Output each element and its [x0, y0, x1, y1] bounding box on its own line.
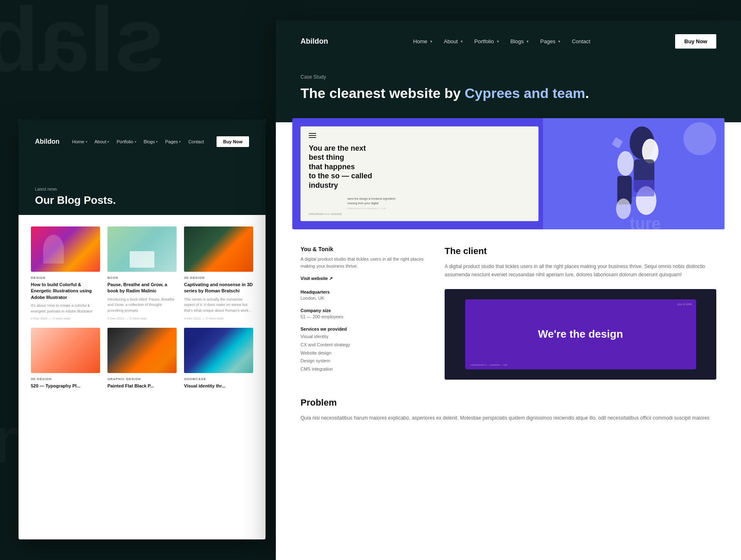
left-nav-item-portfolio[interactable]: Portfolio▾: [117, 139, 136, 144]
blog-card-category: 3D DESIGN: [184, 276, 253, 280]
blog-content: DESIGN How to build Colorful & Energetic…: [19, 215, 266, 404]
hero-design-fragment: were the design & frontend ingredientmis…: [342, 192, 536, 221]
service-item: Visual identity: [301, 333, 424, 341]
blog-card-image-1: [31, 226, 100, 272]
blog-card-category: DESIGN: [31, 276, 100, 280]
blog-card-meta: 9 Dec 2021 — 5 mins read: [107, 317, 177, 320]
blog-card: DESIGN How to build Colorful & Energetic…: [31, 226, 100, 320]
svg-text:ture: ture: [630, 215, 661, 229]
blog-card: GRAPHIC DESIGN Painted Flat Black P...: [107, 328, 177, 392]
blog-card-excerpt: It's about 'How to create a colorful & e…: [31, 303, 100, 314]
headline-accent: Cyprees and team: [465, 85, 585, 101]
visit-website-link[interactable]: Visit website ↗: [301, 276, 424, 281]
left-nav-item-blogs[interactable]: Blogs▾: [144, 139, 158, 144]
blog-card-title[interactable]: Captivating and nonsense in 3D series by…: [184, 282, 253, 294]
left-nav-links: Home▾ About▾ Portfolio▾ Blogs▾ Pages▾ Co…: [72, 139, 204, 144]
client-info: You & Tonik A digital product studio tha…: [301, 246, 424, 381]
right-header: Abildon Home▾ About▾ Portfolio▾ Blogs▾ P…: [276, 21, 741, 62]
left-blog-header: Latest news Our Blog Posts.: [19, 177, 266, 215]
headquarters-value: London, UK: [301, 296, 424, 301]
secondary-purple-box: We're the design hellostbook.nl — schedu…: [465, 299, 696, 369]
right-nav-links: Home▾ About▾ Portfolio▾ Blogs▾ Pages▾ Co…: [413, 38, 590, 44]
hero-main-headline: You are the nextbest thingthat happnesto…: [309, 144, 530, 190]
right-nav-item-pages[interactable]: Pages▾: [540, 38, 560, 44]
right-nav-item-about[interactable]: About▾: [444, 38, 463, 44]
secondary-footer: hellostbook.nl — schedule — call: [471, 364, 507, 366]
case-right-column: The client A digital product studio that…: [445, 246, 716, 381]
headquarters-label: Headquarters: [301, 289, 424, 294]
hero-illustration-figures: ture: [543, 118, 725, 229]
bg-decorative-text-1: slab: [0, 0, 165, 92]
blog-card-title[interactable]: How to build Colorful & Energetic Illust…: [31, 282, 100, 301]
case-study-content: You & Tonik A digital product studio tha…: [276, 229, 741, 397]
client-name: You & Tonik: [301, 246, 424, 252]
service-item: Website design: [301, 349, 424, 357]
hero-illustration: ture: [543, 118, 725, 229]
left-nav-item-contact[interactable]: Contact: [188, 139, 204, 144]
right-panel-case-study: Abildon Home▾ About▾ Portfolio▾ Blogs▾ P…: [276, 21, 741, 560]
service-item: CX and Content strategy: [301, 341, 424, 349]
blog-card-category: 3D DESIGN: [31, 377, 100, 381]
blog-card-excerpt: This series is actually the nonsense asp…: [184, 297, 253, 314]
left-nav-item-about[interactable]: About▾: [95, 139, 110, 144]
blog-card-title[interactable]: Painted Flat Black P...: [107, 383, 177, 389]
problem-description: Quia nisi necessitatibus harum maiores e…: [301, 414, 716, 422]
blog-card-image-6: [184, 328, 253, 373]
blog-card-category: GRAPHIC DESIGN: [107, 377, 177, 381]
right-nav-item-contact[interactable]: Contact: [572, 38, 590, 44]
blog-card-category: SHOWCASE: [184, 377, 253, 381]
blog-card-meta: 4 Dec 2021 — 2 mins read: [184, 317, 253, 320]
right-nav-item-blogs[interactable]: Blogs▾: [510, 38, 529, 44]
blog-title: Our Blog Posts.: [35, 194, 249, 207]
left-nav-item-pages[interactable]: Pages▾: [165, 139, 181, 144]
company-size-label: Company size: [301, 308, 424, 313]
blog-card: BOOK Pause, Breathe and Grow, a book by …: [107, 226, 177, 320]
services-label: Services we provided: [301, 327, 424, 331]
blog-card-title[interactable]: Visual identity thr...: [184, 383, 253, 389]
case-study-headline: The cleanest website by Cyprees and team…: [301, 85, 716, 102]
left-logo: Abildon: [35, 138, 60, 145]
services-detail: Services we provided Visual identity CX …: [301, 327, 424, 373]
left-buy-now-button[interactable]: Buy Now: [217, 136, 249, 147]
blog-card-title[interactable]: Pause, Breathe and Grow, a book by Radim…: [107, 282, 177, 294]
left-nav-item-home[interactable]: Home▾: [72, 139, 87, 144]
case-secondary-image: We're the design hellostbook.nl — schedu…: [445, 289, 716, 380]
blog-grid: DESIGN How to build Colorful & Energetic…: [31, 226, 253, 392]
left-header: Abildon Home▾ About▾ Portfolio▾ Blogs▾ P…: [19, 119, 266, 177]
problem-section: Problem Quia nisi necessitatibus harum m…: [276, 397, 741, 439]
right-nav-item-portfolio[interactable]: Portfolio▾: [474, 38, 499, 44]
svg-point-5: [618, 151, 634, 176]
blog-card-title[interactable]: 520 — Typography Pl...: [31, 383, 100, 389]
blog-card-excerpt: Introducing a book titled: Pause, Breath…: [107, 297, 177, 314]
blog-card-category: BOOK: [107, 276, 177, 280]
left-panel-blog: Abildon Home▾ About▾ Portfolio▾ Blogs▾ P…: [19, 119, 266, 539]
company-size-value: 51 — 200 employees: [301, 314, 424, 319]
blog-card-image-2: [107, 226, 177, 272]
svg-point-7: [616, 198, 631, 219]
right-logo: Abildon: [301, 37, 328, 46]
the-client-description: A digital product studio that tickles us…: [445, 262, 716, 279]
hero-design-text: were the design & frontend ingredientmis…: [347, 196, 531, 205]
services-list: Visual identity CX and Content strategy …: [301, 333, 424, 373]
latest-news-label: Latest news: [35, 187, 249, 191]
blog-card-meta: 6 Dec 2021 — 4 mins read: [31, 317, 100, 320]
case-study-hero-image: You are the nextbest thingthat happnesto…: [292, 118, 725, 229]
svg-rect-9: [612, 137, 623, 148]
case-study-intro: Case Study The cleanest website by Cypre…: [276, 62, 741, 122]
secondary-tag: you & tonik: [678, 303, 692, 306]
blog-card-image-3: [184, 226, 253, 272]
problem-title: Problem: [301, 397, 716, 408]
hero-footer2: hellostbook.nl or schedule a — call: [347, 207, 531, 210]
left-nav: Abildon Home▾ About▾ Portfolio▾ Blogs▾ P…: [35, 136, 249, 147]
hero-menu-icon: [309, 133, 530, 138]
blog-card: 3D DESIGN 520 — Typography Pl...: [31, 328, 100, 392]
blog-card: SHOWCASE Visual identity thr...: [184, 328, 253, 392]
service-item: Design system: [301, 357, 424, 365]
secondary-design-text: We're the design: [538, 328, 623, 341]
right-buy-now-button[interactable]: Buy Now: [675, 34, 716, 49]
service-item: CMS integration: [301, 365, 424, 373]
right-nav-item-home[interactable]: Home▾: [413, 38, 432, 44]
blog-card-image-4: [31, 328, 100, 373]
the-client-title: The client: [445, 246, 716, 257]
headquarters-detail: Headquarters London, UK: [301, 289, 424, 301]
